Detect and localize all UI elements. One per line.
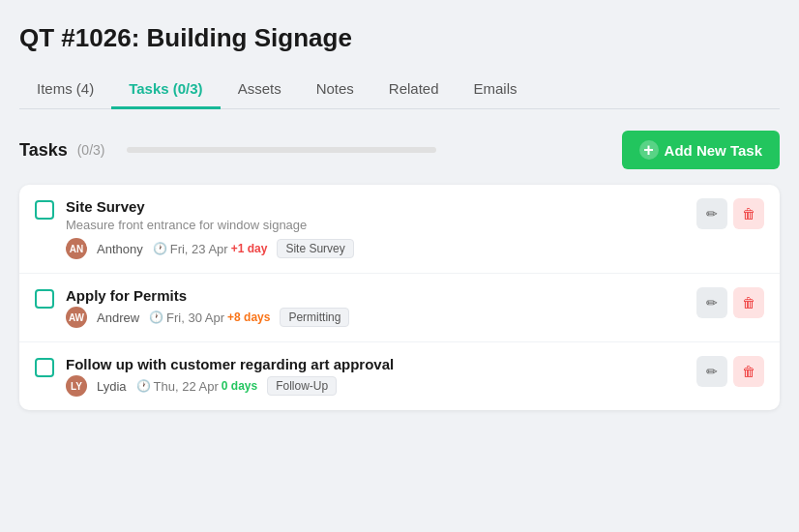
add-task-label: Add New Task xyxy=(665,142,762,159)
tag-1: Site Survey xyxy=(277,239,353,258)
tag-2: Permitting xyxy=(280,308,349,327)
task-actions-2: ✏ 🗑 xyxy=(696,287,764,318)
edit-task-button-3[interactable]: ✏ xyxy=(696,356,727,387)
tab-assets[interactable]: Assets xyxy=(221,71,299,109)
avatar-initials-2: AW xyxy=(69,312,84,323)
tab-tasks[interactable]: Tasks (0/3) xyxy=(111,71,220,109)
avatar-3: LY xyxy=(66,375,87,397)
page-container: QT #1026: Building Signage Items (4) Tas… xyxy=(0,0,799,532)
task-meta-1: AN Anthony 🕐 Fri, 23 Apr +1 day Site Sur… xyxy=(66,238,685,259)
delete-task-button-3[interactable]: 🗑 xyxy=(733,356,764,387)
table-row: Follow up with customer regarding art ap… xyxy=(19,342,780,410)
page-title: QT #1026: Building Signage xyxy=(19,23,780,53)
clock-icon-2: 🕐 xyxy=(149,310,163,324)
overdue-badge-2: +8 days xyxy=(227,310,270,325)
tasks-list: Site Survey Measure front entrance for w… xyxy=(19,185,780,410)
section-progress-label: (0/3) xyxy=(77,142,105,158)
section-title-group: Tasks (0/3) xyxy=(19,140,622,161)
assignee-name-3: Lydia xyxy=(97,379,127,394)
avatar-2: AW xyxy=(66,307,87,328)
section-header: Tasks (0/3) + Add New Task xyxy=(19,131,780,169)
task-content-1: Site Survey Measure front entrance for w… xyxy=(66,198,685,259)
task-meta-3: LY Lydia 🕐 Thu, 22 Apr 0 days Follow-Up xyxy=(66,375,685,397)
tab-notes[interactable]: Notes xyxy=(299,71,371,109)
plus-icon: + xyxy=(639,140,659,160)
edit-task-button-1[interactable]: ✏ xyxy=(696,198,727,229)
assignee-name-1: Anthony xyxy=(97,242,143,256)
edit-task-button-2[interactable]: ✏ xyxy=(696,287,727,318)
section-title: Tasks xyxy=(19,140,68,161)
due-date-text-2: Fri, 30 Apr xyxy=(166,310,224,325)
tabs-bar: Items (4) Tasks (0/3) Assets Notes Relat… xyxy=(19,71,780,109)
delete-task-button-2[interactable]: 🗑 xyxy=(733,287,764,318)
task-checkbox-3[interactable] xyxy=(35,358,54,377)
due-date-text-1: Fri, 23 Apr xyxy=(170,242,228,256)
avatar-1: AN xyxy=(66,238,87,259)
due-date-3: 🕐 Thu, 22 Apr 0 days xyxy=(136,378,258,394)
tab-related[interactable]: Related xyxy=(371,71,457,109)
tab-emails[interactable]: Emails xyxy=(457,71,535,109)
task-name-1: Site Survey xyxy=(66,198,685,215)
task-desc-1: Measure front entrance for window signag… xyxy=(66,218,685,232)
add-task-button[interactable]: + Add New Task xyxy=(622,131,780,169)
task-name-2: Apply for Permits xyxy=(66,287,685,304)
tab-items[interactable]: Items (4) xyxy=(19,71,111,109)
task-actions-3: ✏ 🗑 xyxy=(696,356,764,387)
overdue-badge-1: +1 day xyxy=(231,241,268,256)
overdue-badge-3: 0 days xyxy=(222,378,257,394)
tag-3: Follow-Up xyxy=(267,376,337,396)
table-row: Apply for Permits AW Andrew 🕐 Fri, 30 Ap… xyxy=(19,274,780,342)
delete-task-button-1[interactable]: 🗑 xyxy=(733,198,764,229)
avatar-initials-3: LY xyxy=(71,381,82,392)
clock-icon-1: 🕐 xyxy=(153,242,167,255)
due-date-2: 🕐 Fri, 30 Apr +8 days xyxy=(149,310,270,325)
task-actions-1: ✏ 🗑 xyxy=(696,198,764,229)
task-meta-2: AW Andrew 🕐 Fri, 30 Apr +8 days Permitti… xyxy=(66,307,685,328)
task-checkbox-1[interactable] xyxy=(35,200,54,220)
due-date-text-3: Thu, 22 Apr xyxy=(154,379,219,394)
avatar-initials-1: AN xyxy=(70,244,83,254)
due-date-1: 🕐 Fri, 23 Apr +1 day xyxy=(153,241,268,256)
task-checkbox-2[interactable] xyxy=(35,289,54,309)
assignee-name-2: Andrew xyxy=(97,310,139,325)
progress-bar-container xyxy=(127,147,436,153)
task-content-2: Apply for Permits AW Andrew 🕐 Fri, 30 Ap… xyxy=(66,287,685,328)
task-content-3: Follow up with customer regarding art ap… xyxy=(66,356,685,397)
table-row: Site Survey Measure front entrance for w… xyxy=(19,185,780,274)
task-name-3: Follow up with customer regarding art ap… xyxy=(66,356,685,372)
clock-icon-3: 🕐 xyxy=(136,379,151,393)
